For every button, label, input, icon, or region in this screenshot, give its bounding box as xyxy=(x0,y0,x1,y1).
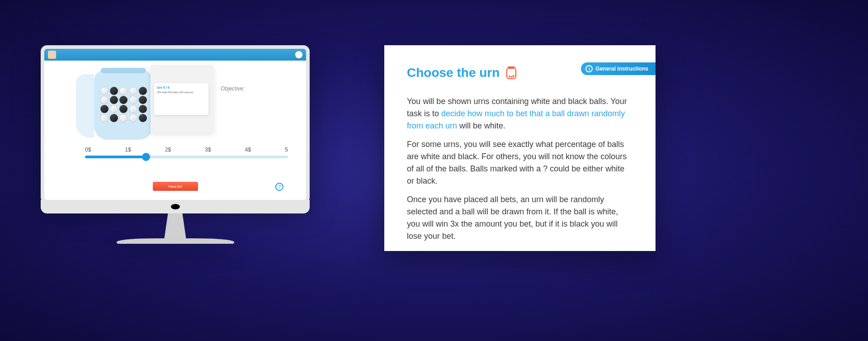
svg-rect-1 xyxy=(508,66,515,69)
slider-tick: 3$ xyxy=(205,147,211,153)
avatar xyxy=(48,51,56,59)
urn-info-card: Urn 5 / 8 50% white 40% black 10% unknow… xyxy=(151,65,214,133)
svg-point-2 xyxy=(509,76,510,77)
monitor-base xyxy=(117,238,234,244)
place-bet-label: Place Bet xyxy=(169,185,182,188)
objective-label: Objective: xyxy=(221,85,245,92)
urn-shadow xyxy=(76,74,94,137)
slider-thumb[interactable] xyxy=(142,153,150,161)
help-icon[interactable]: ? xyxy=(275,183,283,191)
app-header xyxy=(44,49,306,61)
general-instructions-button[interactable]: i General instructions xyxy=(581,62,656,75)
urn-balls xyxy=(100,87,147,122)
urn-info-lines: 50% white 40% black 10% unknown xyxy=(157,91,206,94)
slider-track[interactable] xyxy=(85,156,288,158)
bet-slider[interactable]: 0$ 1$ 2$ 3$ 4$ 5 xyxy=(85,147,288,158)
monitor-stand xyxy=(157,213,193,238)
urn-illustration xyxy=(94,70,160,142)
slider-tick: 1$ xyxy=(125,147,131,153)
instruction-paragraph-3: Once you have placed all bets, an urn wi… xyxy=(407,194,633,242)
svg-point-3 xyxy=(511,76,513,78)
instruction-card: i General instructions Choose the urn Yo… xyxy=(384,45,656,251)
monitor-screen: Urn 5 / 8 50% white 40% black 10% unknow… xyxy=(41,45,310,204)
instruction-paragraph-1: You will be shown urns containing white … xyxy=(407,95,633,132)
monitor-mockup: Urn 5 / 8 50% white 40% black 10% unknow… xyxy=(41,45,310,244)
slider-tick: 4$ xyxy=(245,147,251,153)
header-logo-icon xyxy=(295,51,302,58)
urn-info-title: Urn 5 / 8 xyxy=(157,86,206,89)
card-body: You will be shown urns containing white … xyxy=(407,95,633,242)
svg-point-4 xyxy=(513,75,514,77)
monitor-power-button xyxy=(171,204,180,209)
general-instructions-label: General instructions xyxy=(595,66,648,72)
slider-ticks: 0$ 1$ 2$ 3$ 4$ 5 xyxy=(85,147,288,153)
slider-tick: 2$ xyxy=(165,147,171,153)
info-icon: i xyxy=(585,65,593,72)
slider-tick: 0$ xyxy=(85,147,91,153)
place-bet-button[interactable]: Place Bet xyxy=(153,182,198,191)
instruction-paragraph-2: For some urns, you will see exactly what… xyxy=(407,138,633,187)
card-title: Choose the urn xyxy=(407,66,500,80)
slider-tick: 5 xyxy=(285,147,288,153)
monitor-chin xyxy=(41,200,310,213)
app-body: Urn 5 / 8 50% white 40% black 10% unknow… xyxy=(44,61,306,200)
urn-icon xyxy=(506,66,517,80)
